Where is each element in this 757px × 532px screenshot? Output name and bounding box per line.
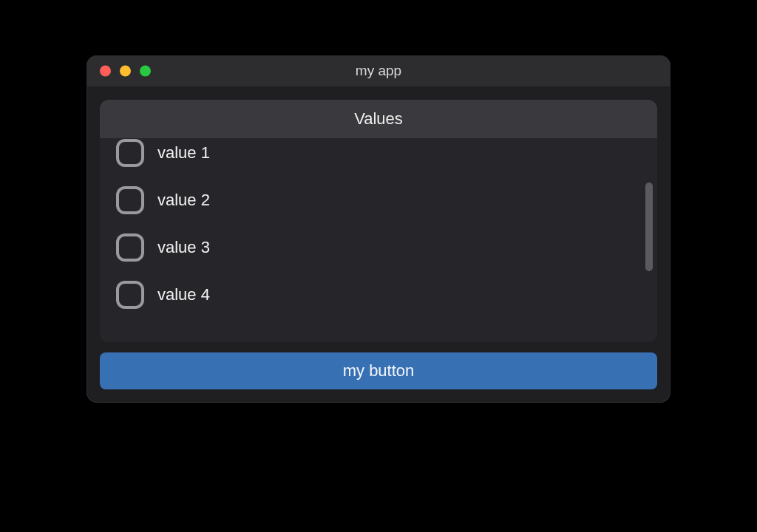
scrollbar[interactable] bbox=[645, 183, 653, 271]
primary-button-label: my button bbox=[343, 361, 415, 381]
checkbox-icon[interactable] bbox=[116, 139, 144, 167]
window-content: Values value 1 value 2 value 3 bbox=[86, 86, 671, 403]
list-item[interactable]: value 4 bbox=[116, 279, 642, 311]
list-item-label: value 1 bbox=[157, 143, 210, 163]
minimize-icon[interactable] bbox=[120, 66, 131, 77]
list-item[interactable]: value 2 bbox=[116, 184, 642, 216]
checkbox-icon[interactable] bbox=[116, 281, 144, 309]
list-item[interactable]: value 1 bbox=[116, 138, 642, 169]
window-controls bbox=[100, 66, 151, 77]
values-list: value 1 value 2 value 3 value 4 bbox=[100, 138, 657, 342]
window-title: my app bbox=[86, 63, 671, 79]
list-item[interactable]: value 3 bbox=[116, 231, 642, 264]
list-item-label: value 4 bbox=[157, 285, 210, 304]
primary-button[interactable]: my button bbox=[100, 352, 657, 389]
values-header: Values bbox=[100, 100, 657, 138]
list-item-label: value 2 bbox=[157, 191, 210, 210]
checkbox-icon[interactable] bbox=[116, 186, 144, 214]
list-item-label: value 3 bbox=[157, 238, 210, 257]
checkbox-icon[interactable] bbox=[116, 233, 144, 262]
close-icon[interactable] bbox=[100, 66, 111, 77]
titlebar: my app bbox=[86, 55, 671, 86]
zoom-icon[interactable] bbox=[140, 66, 151, 77]
values-panel: Values value 1 value 2 value 3 bbox=[100, 100, 657, 342]
app-window: my app Values value 1 value 2 valu bbox=[86, 55, 671, 403]
